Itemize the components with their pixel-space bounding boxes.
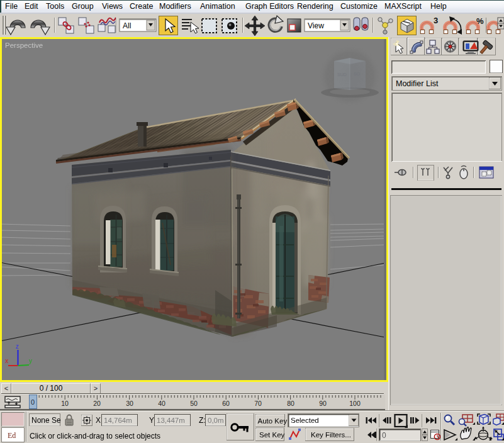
svg-text:40: 40 [158, 400, 165, 407]
svg-text:SUD: SUD [337, 72, 347, 77]
svg-text:60: 60 [222, 400, 230, 407]
svg-text:y: y [29, 357, 32, 364]
svg-text:Auto Key: Auto Key [258, 417, 288, 425]
svg-text:x: x [5, 357, 8, 364]
svg-text:Selected: Selected [291, 417, 319, 424]
svg-text:14,764m: 14,764m [104, 417, 132, 424]
svg-text:z: z [16, 343, 19, 350]
svg-text:View: View [308, 21, 324, 30]
svg-text:30: 30 [126, 400, 133, 407]
svg-text:Key Filters...: Key Filters... [311, 431, 351, 439]
svg-text:10: 10 [61, 400, 69, 407]
svg-text:Modifier List: Modifier List [396, 79, 439, 88]
svg-text:100: 100 [349, 400, 361, 407]
svg-text:20: 20 [93, 400, 101, 407]
svg-text:None Se: None Se [31, 416, 61, 425]
svg-text:Perspective: Perspective [5, 42, 43, 49]
svg-text:0,0m: 0,0m [208, 417, 224, 424]
svg-text:50: 50 [190, 400, 198, 407]
svg-text:13,447m: 13,447m [157, 417, 185, 424]
svg-text:0: 0 [382, 431, 386, 440]
svg-text:Click or click-and-drag to sel: Click or click-and-drag to select object… [30, 432, 160, 440]
svg-text:3: 3 [434, 16, 438, 25]
svg-text:Ed: Ed [8, 431, 16, 440]
svg-text:70: 70 [254, 400, 262, 407]
svg-text:All: All [123, 21, 131, 30]
svg-text:0: 0 [31, 398, 35, 406]
svg-text:SO: SO [354, 72, 361, 76]
svg-text:90: 90 [319, 400, 327, 407]
svg-text:Set Key: Set Key [259, 431, 285, 439]
svg-text:%: % [476, 16, 484, 26]
svg-text:Z:: Z: [199, 416, 206, 425]
svg-text:80: 80 [287, 400, 294, 407]
